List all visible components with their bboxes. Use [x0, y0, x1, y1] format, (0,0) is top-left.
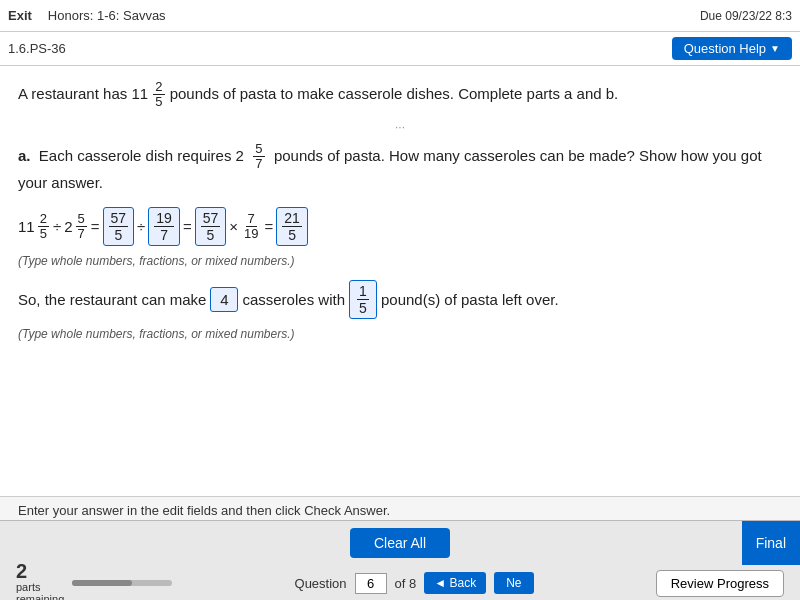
mixed1-whole: 11 — [18, 218, 35, 235]
parts-label-text: parts — [16, 581, 64, 593]
parts-remaining: 2 parts remaining — [16, 561, 172, 600]
problem-frac-num: 2 — [153, 80, 164, 95]
mixed1-frac: 2 5 — [38, 212, 49, 242]
input-box-1[interactable]: 57 5 — [103, 207, 135, 246]
mixed2-frac-num: 5 — [76, 212, 87, 227]
due-date: Due 09/23/22 8:3 — [700, 9, 792, 23]
question-id: 1.6.PS-36 — [8, 41, 66, 56]
input4-den: 5 — [286, 227, 298, 243]
honors-label: Honors: 1-6: Savvas — [48, 8, 166, 23]
footer: Clear All Final 2 parts remaining Questi… — [0, 520, 800, 600]
question-help-button[interactable]: Question Help — [672, 37, 792, 60]
back-button[interactable]: ◄ Back — [424, 572, 486, 594]
footer-top: Clear All Final — [0, 521, 800, 565]
top-bar-left: Exit Honors: 1-6: Savvas — [8, 8, 166, 23]
clear-all-button[interactable]: Clear All — [350, 528, 450, 558]
parts-number: 2 — [16, 561, 64, 581]
frac-7-19: 7 19 — [242, 212, 260, 242]
frac1-den: 19 — [242, 227, 260, 241]
mixed2-frac-den: 7 — [76, 227, 87, 241]
next-button[interactable]: Ne — [494, 572, 533, 594]
parts-label: 2 parts remaining — [16, 561, 64, 600]
input-box-3[interactable]: 57 5 — [195, 207, 227, 246]
frac1-num: 7 — [246, 212, 257, 227]
problem-statement: A restaurant has 11 2 5 pounds of pasta … — [18, 80, 782, 110]
part-a-fraction: 5 7 — [253, 142, 264, 172]
input2-den: 7 — [158, 227, 170, 243]
second-bar: 1.6.PS-36 Question Help — [0, 32, 800, 66]
question-label: Question — [295, 576, 347, 591]
input-box-4[interactable]: 21 5 — [276, 207, 308, 246]
input-single[interactable]: 4 — [210, 287, 238, 312]
input1-num: 57 — [109, 210, 129, 227]
part-a-frac-den: 7 — [253, 157, 264, 171]
hint-text-1: (Type whole numbers, fractions, or mixed… — [18, 254, 782, 268]
mixed1-frac-num: 2 — [38, 212, 49, 227]
part-a: a. Each casserole dish requires 2 5 7 po… — [18, 142, 782, 196]
so-label-3: pound(s) of pasta left over. — [381, 291, 559, 308]
instruction-text: Enter your answer in the edit fields and… — [18, 503, 390, 518]
so-label: So, the restaurant can make — [18, 291, 206, 308]
progress-bar-container — [72, 580, 172, 586]
main-content: A restaurant has 11 2 5 pounds of pasta … — [0, 66, 800, 496]
mixed1: 11 2 5 — [18, 212, 50, 242]
review-progress-button[interactable]: Review Progress — [656, 570, 784, 597]
input-box-2[interactable]: 19 7 — [148, 207, 180, 246]
equation-row: 11 2 5 ÷ 2 5 7 = 57 5 ÷ 19 7 = — [18, 207, 782, 246]
input1-den: 5 — [112, 227, 124, 243]
mixed2-frac: 5 7 — [76, 212, 87, 242]
input3-num: 57 — [201, 210, 221, 227]
mixed2: 2 5 7 — [64, 212, 88, 242]
input2-num: 19 — [154, 210, 174, 227]
problem-fraction: 2 5 — [153, 80, 164, 110]
part-a-label: a. — [18, 146, 31, 163]
input4-num: 21 — [282, 210, 302, 227]
exit-button[interactable]: Exit — [8, 8, 32, 23]
hint-text-2: (Type whole numbers, fractions, or mixed… — [18, 327, 782, 341]
part-a-text1: Each casserole dish requires 2 — [39, 146, 244, 163]
top-bar: Exit Honors: 1-6: Savvas Due 09/23/22 8:… — [0, 0, 800, 32]
problem-text-2: pounds of pasta to make casserole dishes… — [170, 85, 619, 102]
total-pages: of 8 — [395, 576, 417, 591]
eq2: = — [183, 218, 192, 235]
eq1: = — [91, 218, 100, 235]
progress-bar-fill — [72, 580, 132, 586]
input-frac-num: 1 — [357, 283, 369, 300]
divider-dots: ··· — [18, 120, 782, 134]
problem-text-1: A restaurant has 11 — [18, 85, 148, 102]
so-label-2: casseroles with — [242, 291, 345, 308]
page-input[interactable] — [355, 573, 387, 594]
mixed1-frac-den: 5 — [38, 227, 49, 241]
input-frac-den: 5 — [357, 300, 369, 316]
final-button[interactable]: Final — [742, 521, 800, 565]
part-a-frac-num: 5 — [253, 142, 264, 157]
problem-frac-den: 5 — [153, 95, 164, 109]
input3-den: 5 — [205, 227, 217, 243]
eq3: = — [264, 218, 273, 235]
div-op: ÷ — [53, 218, 61, 235]
so-text: So, the restaurant can make 4 casseroles… — [18, 280, 782, 319]
mul: × — [229, 218, 238, 235]
div2: ÷ — [137, 218, 145, 235]
pagination: Question of 8 ◄ Back Ne — [295, 572, 534, 594]
footer-bottom: 2 parts remaining Question of 8 ◄ Back N… — [0, 565, 800, 600]
remaining-label: remaining — [16, 593, 64, 600]
mixed2-whole: 2 — [64, 218, 72, 235]
input-frac[interactable]: 1 5 — [349, 280, 377, 319]
